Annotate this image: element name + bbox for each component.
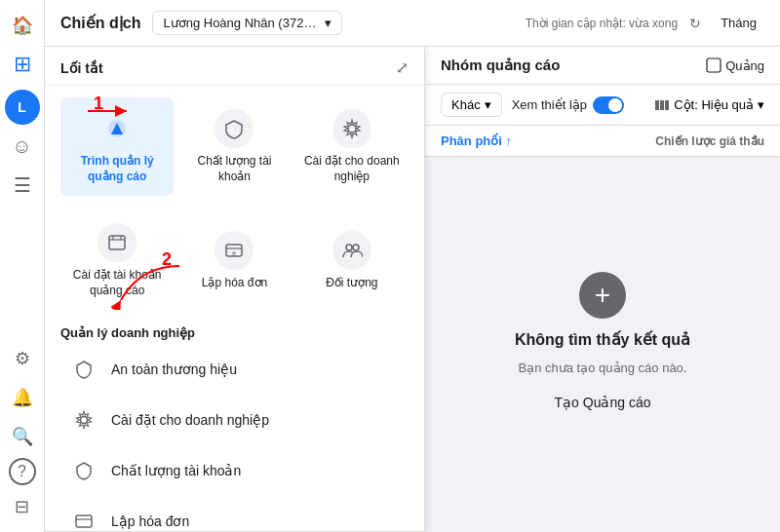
annotation-2: 2 <box>162 249 172 270</box>
question-icon[interactable]: ? <box>9 458 36 485</box>
empty-state: + Không tìm thấy kết quả Bạn chưa tạo qu… <box>425 157 780 532</box>
quang-cao-label: Quảng <box>725 58 764 73</box>
shortcut-ads-manager[interactable]: Trình quản lý quảng cáo <box>60 97 174 196</box>
list-icon[interactable]: ☰ <box>5 168 40 203</box>
create-ad-button[interactable]: Tạo Quảng cáo <box>539 387 667 418</box>
brand-safety-icon <box>68 354 99 385</box>
svg-point-11 <box>346 245 352 250</box>
manage-billing-label: Lập hóa đơn <box>111 513 189 529</box>
expand-icon[interactable]: ⤢ <box>396 58 409 77</box>
bell-icon[interactable]: 🔔 <box>5 380 40 415</box>
month-button[interactable]: Tháng <box>713 12 764 34</box>
shortcut-audience[interactable]: Đối tượng <box>295 211 409 310</box>
col-dropdown-icon: ▾ <box>758 97 764 112</box>
svg-point-12 <box>353 245 359 250</box>
grid-icon[interactable]: ⊞ <box>5 47 40 82</box>
shortcut-account-quality-label: Chất lượng tài khoản <box>185 154 283 184</box>
header: Chiến dịch Lương Hoàng Nhân (37263966065… <box>45 0 780 47</box>
search-icon[interactable]: 🔍 <box>5 419 40 454</box>
popup-section-title: Lối tắt <box>60 60 103 76</box>
empty-subtitle: Bạn chưa tạo quảng cáo nào. <box>519 361 687 375</box>
add-button[interactable]: + <box>579 272 626 319</box>
table-icon[interactable]: ⊟ <box>5 489 40 524</box>
column-selector[interactable]: Cột: Hiệu quả ▾ <box>654 97 764 113</box>
svg-point-10 <box>232 251 236 255</box>
svg-rect-19 <box>707 58 721 72</box>
sidebar: 🏠 ⊞ L ☺ ☰ ⚙ 🔔 🔍 ? ⊟ <box>0 0 45 532</box>
account-quality-icon <box>214 109 254 148</box>
chien-luoc-column: Chiến lược giá thầu <box>647 134 764 148</box>
billing-icon <box>214 231 254 270</box>
view-setup-label: Xem thiết lập <box>512 97 587 112</box>
manage-item-business-settings[interactable]: Cài đặt cho doanh nghiệp <box>60 395 409 445</box>
manage-business-settings-label: Cài đặt cho doanh nghiệp <box>111 412 269 428</box>
business-settings-icon <box>332 109 371 148</box>
popup-panel: 1 Lối tắt ⤢ <box>45 47 425 532</box>
filter-button[interactable]: Khác ▾ <box>441 93 502 117</box>
shortcut-billing-label: Lập hóa đơn <box>202 276 267 291</box>
shortcut-account-quality[interactable]: Chất lượng tài khoản <box>177 97 291 196</box>
manage-section: Quản lý doanh nghiệp An toàn thương hiệu… <box>45 322 424 532</box>
svg-rect-21 <box>660 100 664 110</box>
shortcut-ads-manager-label: Trình quản lý quảng cáo <box>68 154 166 184</box>
shortcut-business-settings[interactable]: Cài đặt cho doanh nghiệp <box>295 97 409 196</box>
phan-phoi-column[interactable]: Phân phối ↑ <box>441 133 647 148</box>
manage-item-brand-safety-label: An toàn thương hiệu <box>111 361 237 377</box>
col-label: Cột: Hiệu quả <box>674 97 754 112</box>
table-header: Khác ▾ Xem thiết lập Cột: Hiệu quả ▾ <box>425 85 780 126</box>
sub-header: Nhóm quảng cáo Quảng <box>425 47 780 85</box>
svg-rect-20 <box>655 100 659 110</box>
update-text: Thời gian cập nhật: vừa xong <box>526 17 678 30</box>
manage-item-brand-safety[interactable]: An toàn thương hiệu <box>60 344 409 395</box>
view-setup-toggle: Xem thiết lập <box>512 96 624 114</box>
shortcut-account-settings[interactable]: Cài đặt tài khoản quảng cáo <box>60 211 174 310</box>
empty-title: Không tìm thấy kết quả <box>515 330 690 349</box>
dropdown-arrow-icon: ▾ <box>325 16 332 30</box>
shortcuts-row2: Cài đặt tài khoản quảng cáo Lập hóa đơn … <box>45 208 424 322</box>
manage-billing-icon <box>68 506 99 532</box>
popup-header: Lối tắt ⤢ <box>45 47 424 86</box>
chien-luoc-label: Chiến lược giá thầu <box>655 134 764 148</box>
home-icon[interactable]: 🏠 <box>5 8 40 43</box>
avatar-icon[interactable]: L <box>5 90 40 125</box>
filter-dropdown-icon: ▾ <box>485 97 491 112</box>
manage-item-account-quality[interactable]: Chất lượng tài khoản <box>60 445 409 496</box>
shortcut-audience-label: Đối tượng <box>326 276 377 291</box>
right-content: Nhóm quảng cáo Quảng Khác ▾ Xem thiết lậ… <box>425 47 780 532</box>
manage-item-billing[interactable]: Lập hóa đơn <box>60 496 409 532</box>
filter-label: Khác <box>451 97 481 112</box>
audience-icon <box>332 231 371 270</box>
manage-business-settings-icon <box>68 404 99 436</box>
page-title: Chiến dịch <box>60 14 140 32</box>
face-icon[interactable]: ☺ <box>5 129 40 164</box>
shortcut-business-settings-label: Cài đặt cho doanh nghiệp <box>303 154 401 184</box>
manage-account-quality-label: Chất lượng tài khoản <box>111 463 241 478</box>
ads-manager-icon <box>98 109 136 148</box>
manage-section-title: Quản lý doanh nghiệp <box>60 325 409 340</box>
refresh-icon[interactable]: ↻ <box>689 16 701 31</box>
phan-phoi-label: Phân phối ↑ <box>441 133 512 148</box>
ad-group-title: Nhóm quảng cáo <box>441 57 696 74</box>
account-dropdown-text: Lương Hoàng Nhân (37263966065555... <box>163 16 319 30</box>
annotation-1: 1 <box>94 94 103 114</box>
settings-icon[interactable]: ⚙ <box>5 341 40 376</box>
account-settings-icon <box>98 223 136 262</box>
account-dropdown[interactable]: Lương Hoàng Nhân (37263966065555... ▾ <box>152 11 342 35</box>
svg-point-13 <box>81 417 88 424</box>
shortcut-account-settings-label: Cài đặt tài khoản quảng cáo <box>68 268 166 298</box>
shortcut-billing[interactable]: Lập hóa đơn <box>177 211 291 310</box>
content-area: 1 Lối tắt ⤢ <box>45 47 780 532</box>
svg-rect-4 <box>109 236 125 249</box>
quang-cao-btn[interactable]: Quảng <box>706 57 764 73</box>
svg-rect-22 <box>665 100 669 110</box>
svg-rect-14 <box>76 515 92 527</box>
table-columns: Phân phối ↑ Chiến lược giá thầu <box>425 126 780 157</box>
main-area: Chiến dịch Lương Hoàng Nhân (37263966065… <box>45 0 780 532</box>
manage-account-quality-icon <box>68 455 99 486</box>
toggle-switch[interactable] <box>593 96 624 114</box>
